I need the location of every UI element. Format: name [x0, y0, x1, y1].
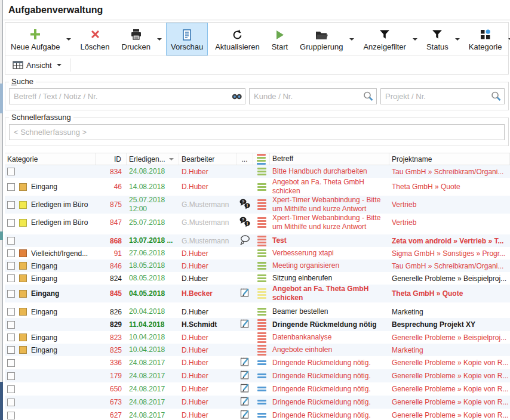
category-label: Eingang: [31, 346, 57, 354]
task-row[interactable]: 83424.08.2018D.HuberBitte Handbuch durch…: [5, 165, 510, 178]
toolbar-button-status[interactable]: Status: [422, 23, 453, 55]
task-subject: Dringende Rückmeldung nötig: [272, 320, 377, 329]
row-checkbox[interactable]: [7, 359, 15, 367]
task-row[interactable]: 17924.08.2017D.HuberDringende Rückmeldun…: [5, 369, 510, 382]
toolbar-button-neue-aufgabe[interactable]: Neue Aufgabe: [6, 23, 64, 55]
toolbar-button-drucken[interactable]: Drucken: [117, 23, 155, 55]
search-customer-input[interactable]: [249, 88, 377, 104]
page-title: Aufgabenverwaltung: [4, 0, 510, 20]
due-date: 25.07.2018: [129, 218, 165, 227]
binoculars-icon[interactable]: [231, 91, 242, 102]
task-row[interactable]: 62724.08.2017D.HuberDringende Rückmeldun…: [5, 409, 510, 420]
category-label: Erledigen im Büro: [31, 218, 88, 227]
task-id: 845: [110, 289, 122, 298]
task-subject: Test: [272, 236, 287, 245]
column-header-kategorie[interactable]: Kategorie: [5, 153, 96, 165]
row-checkbox[interactable]: [7, 321, 15, 329]
category-color-swatch: [19, 346, 27, 354]
task-subject: Dringende Rückmeldung nötig.: [272, 411, 371, 420]
dropdown-arrow-icon[interactable]: [413, 38, 417, 41]
dropdown-arrow-icon[interactable]: [455, 38, 460, 41]
refresh-icon: [231, 27, 244, 42]
column-header-label: Betreff: [272, 155, 293, 163]
task-row[interactable]: Eingang82310.04.2018D.HuberDatenbankanal…: [5, 331, 510, 344]
search-project-input[interactable]: [380, 88, 505, 104]
task-row[interactable]: Eingang82620.04.2018D.HuberBeamer bestel…: [5, 305, 510, 318]
column-header-betreff[interactable]: Betreff: [270, 153, 389, 165]
due-date: 24.08.2017: [129, 398, 165, 407]
row-checkbox[interactable]: [7, 333, 15, 341]
toolbar-button-gruppierung[interactable]: Gruppierung: [295, 23, 348, 55]
row-checkbox[interactable]: [7, 290, 15, 298]
column-header-id[interactable]: ID: [96, 153, 127, 165]
row-checkbox[interactable]: [7, 262, 15, 270]
search-group-label: Suche: [9, 77, 36, 86]
row-checkbox[interactable]: [7, 237, 15, 245]
task-id: 824: [110, 274, 122, 283]
task-row[interactable]: Eingang84618.05.2018D.HuberMeeting organ…: [5, 260, 510, 272]
column-header-priority[interactable]: [253, 153, 270, 165]
dropdown-arrow-icon[interactable]: [157, 38, 162, 41]
assignee: H.Schmidt: [182, 320, 217, 329]
delete-x-icon: [89, 27, 101, 42]
dropdown-arrow-icon[interactable]: [349, 38, 354, 41]
column-header-erledigen[interactable]: Erledigen...: [127, 153, 179, 165]
task-row[interactable]: Eingang4614.08.2018D.HuberAngebot an Fa.…: [5, 178, 510, 196]
task-row[interactable]: Eingang82510.04.2018D.HuberAngebote einh…: [5, 344, 510, 356]
magnifier-icon[interactable]: [362, 91, 374, 102]
magnifier-icon[interactable]: [490, 91, 502, 102]
toolbar-button-start[interactable]: Start: [267, 23, 293, 55]
dropdown-arrow-icon[interactable]: [57, 64, 62, 66]
task-row[interactable]: Erledigen im Büro87525.07.201812:00G.Mus…: [5, 196, 510, 214]
row-checkbox[interactable]: [7, 168, 15, 175]
due-date: 11.04.2018: [129, 320, 164, 329]
row-checkbox[interactable]: [7, 385, 15, 393]
due-date: 24.08.2017: [129, 385, 165, 394]
task-row[interactable]: 65024.08.2017D.HuberDringende Rückmeldun…: [5, 382, 510, 396]
row-checkbox[interactable]: [7, 219, 15, 227]
priority-red-icon: [257, 319, 266, 331]
toolbar-button-vorschau[interactable]: Vorschau: [166, 23, 208, 55]
quick-entry-input[interactable]: [9, 124, 505, 140]
task-row[interactable]: 67324.08.2017D.HuberDringende Rückmeldun…: [5, 396, 510, 409]
task-row[interactable]: 33624.08.2017D.HuberDringende Rückmeldun…: [5, 356, 510, 369]
due-date: 04.05.2018: [129, 289, 165, 298]
row-checkbox[interactable]: [7, 201, 15, 209]
row-checkbox[interactable]: [7, 412, 15, 419]
column-header-bearbeiter[interactable]: Bearbeiter: [179, 153, 236, 165]
column-header-projektname[interactable]: Projektname: [389, 153, 510, 165]
play-icon: [274, 27, 285, 42]
toolbar-button-ansicht[interactable]: Ansicht: [8, 56, 68, 74]
task-row[interactable]: Eingang84504.05.2018H.BeckerAngebot an F…: [5, 285, 510, 302]
priority-green-icon: [257, 274, 266, 283]
row-checkbox[interactable]: [7, 183, 15, 191]
svg-text:!: !: [247, 221, 248, 226]
task-row[interactable]: Erledigen im Büro84725.07.2018G.Musterma…: [5, 214, 510, 231]
task-id: 829: [110, 320, 122, 329]
row-checkbox[interactable]: [7, 372, 15, 380]
row-checkbox[interactable]: [7, 346, 15, 354]
project-name: Besprechung Projekt XY: [392, 320, 475, 329]
task-subject: Bitte Handbuch durcharbeiten: [272, 167, 367, 176]
task-subject: Dringende Rückmeldung nötig.: [272, 385, 371, 394]
assignee: D.Huber: [182, 398, 208, 406]
row-checkbox[interactable]: [7, 399, 15, 406]
row-checkbox[interactable]: [7, 308, 15, 316]
task-row[interactable]: Eingang82408.05.2018D.HuberSitzung einbe…: [5, 272, 510, 285]
row-checkbox[interactable]: [7, 249, 15, 257]
dropdown-arrow-icon[interactable]: [66, 38, 71, 41]
row-checkbox[interactable]: [7, 274, 15, 282]
toolbar-button-anzeigefilter[interactable]: Anzeigefilter: [358, 23, 411, 55]
task-row[interactable]: 86813.07.2018 ...G.MustermannTestZeta vo…: [5, 234, 510, 247]
assignee: D.Huber: [182, 411, 208, 419]
assignee: D.Huber: [182, 359, 208, 367]
toolbar-button-loeschen[interactable]: Löschen: [75, 23, 114, 55]
search-subject-input[interactable]: [9, 88, 245, 104]
column-header-[interactable]: ...: [236, 153, 253, 165]
task-subject: Xpert-Timer Webanbindung - Bitte um Mith…: [272, 214, 387, 231]
toolbar-button-kategorie[interactable]: Kategorie: [464, 23, 507, 55]
toolbar-button-label: Status: [426, 42, 448, 51]
toolbar-button-aktualisieren[interactable]: Aktualisieren: [210, 23, 264, 55]
task-row[interactable]: Vielleicht/Irgend...9127.06.2018D.HuberV…: [5, 247, 510, 260]
task-row[interactable]: 82911.04.2018H.SchmidtDringende Rückmeld…: [5, 318, 510, 331]
